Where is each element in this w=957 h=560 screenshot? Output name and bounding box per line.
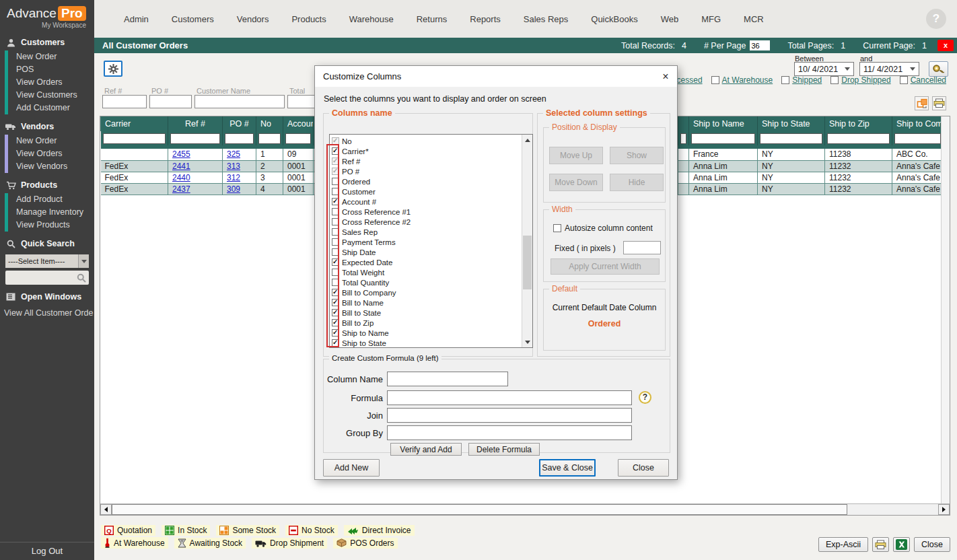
delete-formula-button[interactable]: Delete Formula	[468, 443, 540, 456]
vertical-scrollbar[interactable]	[942, 116, 950, 503]
scroll-down-arrow[interactable]	[522, 337, 532, 347]
sidebar-item-pos[interactable]: POS	[5, 63, 94, 76]
checkbox-ship-to-state[interactable]	[332, 339, 339, 347]
group-by-input[interactable]	[387, 425, 632, 440]
sidebar-item-add-product[interactable]: Add Product	[5, 193, 94, 206]
column-header-ship-company[interactable]: Ship to Company	[892, 116, 942, 131]
print-button[interactable]	[872, 537, 889, 552]
sidebar-item-add-customer[interactable]: Add Customer	[5, 102, 94, 114]
column-option-po[interactable]: PO #	[330, 166, 532, 176]
dialog-close-button[interactable]: Close	[618, 459, 669, 477]
nav-item-warehouse[interactable]: Warehouse	[349, 14, 394, 24]
column-filter-input[interactable]	[894, 133, 941, 144]
column-option-sales-rep[interactable]: Sales Rep	[330, 227, 532, 237]
open-window-item[interactable]: View All Customer Orde	[0, 305, 94, 320]
sidebar-item-new-order[interactable]: New Order	[5, 50, 94, 63]
status-filter-shipped[interactable]: Shipped	[781, 75, 822, 85]
sidebar-item-view-products[interactable]: View Products	[5, 219, 94, 232]
column-option-payment-terms[interactable]: Payment Terms	[330, 237, 532, 247]
checkbox-at-warehouse[interactable]	[711, 76, 719, 84]
ref-link[interactable]: 2455	[172, 149, 190, 159]
checkbox-payment-terms[interactable]	[332, 238, 339, 246]
column-option-no[interactable]: No	[330, 136, 532, 146]
column-filter-input[interactable]	[691, 133, 755, 144]
column-filter-input[interactable]	[285, 133, 311, 144]
status-filter-at-warehouse[interactable]: At Warehouse	[711, 75, 773, 85]
column-name-input[interactable]	[387, 372, 508, 386]
verify-and-add-button[interactable]: Verify and Add	[390, 443, 462, 456]
checkbox-cross-reference-2[interactable]	[332, 218, 339, 225]
column-header-po[interactable]: PO #	[223, 116, 256, 131]
ref-filter-input[interactable]	[102, 95, 147, 108]
column-filter-cell-no[interactable]	[256, 131, 283, 145]
column-option-bill-to-name[interactable]: Bill to Name	[330, 298, 532, 308]
column-header-no[interactable]: No	[256, 116, 283, 131]
checkbox-expected-date[interactable]	[332, 258, 339, 266]
checkbox-shipped[interactable]	[781, 76, 789, 84]
checkbox-cancelled[interactable]	[900, 76, 908, 84]
column-option-total-quantity[interactable]: Total Quantity	[330, 277, 532, 287]
sidebar-item-view-orders[interactable]: View Orders	[5, 147, 94, 160]
sidebar-item-manage-inventory[interactable]: Manage Inventory	[5, 206, 94, 219]
nav-item-admin[interactable]: Admin	[124, 14, 149, 24]
column-header-ship-state[interactable]: Ship to State	[758, 116, 825, 131]
scrollbar-thumb[interactable]	[112, 504, 847, 515]
print-button[interactable]	[932, 96, 946, 110]
column-header-ship-name[interactable]: Ship to Name	[689, 116, 758, 131]
column-filter-cell-account[interactable]	[283, 131, 314, 145]
column-option-ship-date[interactable]: Ship Date	[330, 247, 532, 257]
sidebar-item-view-customers[interactable]: View Customers	[5, 89, 94, 102]
nav-item-sales-reps[interactable]: Sales Reps	[524, 14, 568, 24]
add-new-button[interactable]: Add New	[323, 459, 380, 477]
po-link[interactable]: 312	[227, 173, 240, 182]
checkbox-drop-shipped[interactable]	[830, 76, 839, 84]
resize-columns-button[interactable]	[915, 96, 929, 110]
column-filter-input[interactable]	[170, 133, 220, 144]
ref-link[interactable]: 2437	[172, 184, 190, 194]
nav-item-products[interactable]: Products	[291, 14, 326, 24]
column-header-ship-zip[interactable]: Ship to Zip	[825, 116, 892, 131]
checkbox-ship-to-name[interactable]	[332, 329, 339, 337]
ref-link[interactable]: 2441	[172, 162, 190, 171]
nav-item-reports[interactable]: Reports	[470, 14, 501, 24]
checkbox-sales-rep[interactable]	[332, 228, 339, 236]
join-input[interactable]	[387, 408, 632, 423]
column-option-ship-to-name[interactable]: Ship to Name	[330, 328, 532, 338]
sidebar-item-view-vendors[interactable]: View Vendors	[5, 160, 94, 173]
close-window-button[interactable]: x	[937, 40, 954, 51]
per-page-input[interactable]	[750, 40, 770, 50]
column-option-ref[interactable]: Ref #	[330, 156, 532, 166]
date-to-select[interactable]: 11/ 4/2021	[859, 62, 919, 76]
sidebar-item-view-orders[interactable]: View Orders	[5, 76, 94, 89]
column-filter-input[interactable]	[258, 133, 281, 144]
quick-search-input[interactable]	[5, 271, 77, 285]
column-header-carrier[interactable]: Carrier	[101, 116, 168, 131]
column-option-cross-reference-2[interactable]: Cross Reference #2	[330, 217, 532, 227]
search-icon[interactable]	[77, 273, 89, 283]
nav-item-customers[interactable]: Customers	[172, 14, 214, 24]
checkbox-bill-to-name[interactable]	[332, 299, 339, 306]
column-option-ordered[interactable]: Ordered	[330, 176, 532, 186]
column-option-bill-to-company[interactable]: Bill to Company	[330, 287, 532, 298]
column-filter-cell-ref[interactable]	[168, 131, 223, 145]
column-option-total-weight[interactable]: Total Weight	[330, 267, 532, 277]
checkbox-bill-to-state[interactable]	[332, 309, 339, 316]
nav-item-mfg[interactable]: MFG	[701, 14, 721, 24]
nav-item-web[interactable]: Web	[661, 14, 679, 24]
save-and-close-button[interactable]: Save & Close	[539, 459, 596, 477]
po-link[interactable]: 309	[227, 184, 240, 194]
checkbox-bill-to-company[interactable]	[332, 289, 339, 296]
nav-item-returns[interactable]: Returns	[417, 14, 448, 24]
nav-item-mcr[interactable]: MCR	[744, 14, 764, 24]
list-scrollbar[interactable]	[522, 135, 532, 347]
po-link[interactable]: 325	[227, 149, 240, 159]
ref-link[interactable]: 2440	[172, 173, 190, 182]
logout-button[interactable]: Log Out	[0, 542, 94, 560]
column-option-account[interactable]: Account #	[330, 197, 532, 207]
column-filter-cell-sliver[interactable]	[678, 131, 689, 145]
column-filter-input[interactable]	[225, 133, 254, 144]
column-filter-cell-ship-company[interactable]	[892, 131, 942, 145]
date-from-select[interactable]: 10/ 4/2021	[794, 62, 854, 76]
column-option-bill-to-zip[interactable]: Bill to Zip	[330, 318, 532, 328]
close-button[interactable]: Close	[914, 537, 950, 552]
